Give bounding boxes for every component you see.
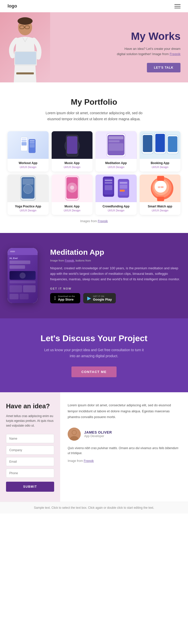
svg-rect-42 [105,182,112,184]
svg-rect-41 [105,180,112,181]
discuss-title: Let's Discuss Your Project [8,333,180,343]
author-avatar [68,428,81,441]
playstore-small-text: GET IT ON [93,295,112,298]
author-card: JAMES OLIVER App Developer [68,428,180,441]
meditation-phone-mockup: Hi, Eve! [8,248,40,303]
meditation-description: Nispand, created with knowledge of over … [50,266,180,282]
watch-app-type: UI/UX Design [142,209,179,212]
portfolio-item-watch[interactable]: 12:00 Smart Watch app UI/UX Design [140,175,181,215]
idea-subtitle: Amet tellus cras adipiscing enim eu turp… [6,414,54,428]
idea-right-text: Lorem ipsum dolor sit amet, consectetur … [68,402,180,420]
svg-rect-48 [120,190,125,192]
author-role: App Developer [84,434,112,438]
contact-me-button[interactable]: CONTACT ME [71,366,117,377]
hero-title: My Works [131,30,180,42]
crowd-app-type: UI/UX Design [98,209,135,212]
portfolio-item-crowd[interactable]: Crowdfunding App UI/UX Design [96,175,137,215]
portfolio-item-music1[interactable]: Music App UI/UX Design [52,131,93,172]
portfolio-subtitle: Lorem ipsum dolor sit amet, consectetur … [41,110,147,122]
svg-rect-47 [120,185,127,189]
playstore-button[interactable]: ▶ GET IT ON Google Play [83,293,116,303]
booking-app-name: Booking App [142,161,179,165]
get-it-label: GET IT NOW [50,287,180,290]
discussion-section: Let's Discuss Your Project Let us know y… [0,318,188,393]
yoga-app-type: UI/UX Design [10,209,47,212]
svg-text:12:00: 12:00 [158,186,163,188]
hero-subtitle: Have an idea? Let's create your dream di… [115,46,180,57]
phone-input[interactable] [6,469,54,478]
company-input[interactable] [6,446,54,455]
footer-note: Sample text. Click to select the text bo… [0,502,188,513]
svg-rect-19 [109,140,120,142]
portfolio-item-meditation[interactable]: Meditation App UI/UX Design [96,131,137,172]
svg-rect-6 [16,72,34,74]
freepik-author-link[interactable]: Freepik [84,459,94,463]
svg-rect-23 [143,135,152,152]
play-icon: ▶ [87,295,91,301]
portfolio-section: My Portfolio Lorem ipsum dolor sit amet,… [0,82,188,233]
svg-point-37 [70,186,74,190]
svg-rect-14 [67,136,77,154]
appstore-small-text: Download on the [58,295,75,298]
svg-rect-43 [105,185,112,190]
booking-app-type: UI/UX Design [142,166,179,169]
hamburger-menu[interactable] [174,4,180,8]
hero-section: My Works Have an idea? Let's create your… [0,12,188,82]
name-input[interactable] [6,434,54,443]
author-image-credit: Image from Freepik [68,459,180,463]
hero-content: My Works Have an idea? Let's create your… [50,20,180,82]
store-buttons:  Download on the App Store ▶ GET IT ON … [50,293,180,303]
svg-point-32 [24,185,33,194]
header: logo [0,0,188,12]
svg-rect-27 [168,136,177,152]
idea-section: Have an idea? Amet tellus cras adipiscin… [0,392,188,502]
svg-rect-31 [23,179,34,185]
meditation-content: Meditation App Image from Freepik, butto… [50,248,180,303]
music1-app-type: UI/UX Design [54,166,91,169]
portfolio-item-yoga[interactable]: Yoga Practice App UI/UX Design [8,175,49,215]
freepik-meditation-link[interactable]: Freepik [65,259,74,262]
appstore-button[interactable]:  Download on the App Store [50,293,80,303]
svg-rect-38 [96,175,137,202]
svg-rect-55 [157,176,164,181]
images-credit: Images from Freepik [8,219,180,223]
portfolio-title: My Portfolio [8,97,180,107]
meditation-app-type: UI/UX Design [98,166,135,169]
svg-point-8 [18,20,32,24]
meditation-app-title: Meditation App [50,248,180,256]
author-quote: Quis viverra nibh cras pulvinar mattis. … [68,446,180,456]
yoga-app-name: Yoga Practice App [10,205,47,208]
meditation-app-section: Hi, Eve! Meditati [0,233,188,318]
idea-form-panel: Have an idea? Amet tellus cras adipiscin… [0,392,60,502]
lets-talk-button[interactable]: LET'S TALK [147,63,180,72]
idea-title: Have an idea? [6,402,54,410]
idea-right-panel: Lorem ipsum dolor sit amet, consectetur … [60,392,188,502]
playstore-big-text: Google Play [93,298,112,301]
freepik-portfolio-link[interactable]: Freepik [98,219,108,223]
hero-image [0,12,50,82]
portfolio-item-workout[interactable]: Workout App UI/UX Design [8,131,49,172]
svg-rect-25 [155,134,165,152]
crowd-app-name: Crowdfunding App [98,205,135,208]
svg-rect-46 [120,182,127,184]
workout-app-name: Workout App [10,161,47,165]
apple-icon:  [54,295,56,301]
author-name: JAMES OLIVER [84,430,112,434]
portfolio-grid: Workout App UI/UX Design Music App UI [8,131,180,215]
svg-point-59 [72,431,76,435]
music2-app-type: UI/UX Design [54,209,91,212]
submit-button[interactable]: SUBMIT [6,482,54,492]
freepik-link[interactable]: Freepik [170,52,180,56]
portfolio-item-booking[interactable]: Booking App UI/UX Design [140,131,181,172]
svg-rect-18 [109,136,124,139]
logo: logo [8,4,17,9]
appstore-big-text: App Store [58,298,75,301]
meditation-image-credit: Image from Freepik, buttons from [50,259,180,262]
email-input[interactable] [6,457,54,466]
svg-rect-20 [109,143,124,151]
portfolio-item-music2[interactable]: Music App UI/UX Design [52,175,93,215]
workout-app-type: UI/UX Design [10,166,47,169]
music2-app-name: Music App [54,205,91,208]
svg-rect-56 [157,196,164,201]
discuss-subtitle: Let us know your project idea and Get fr… [44,347,144,359]
